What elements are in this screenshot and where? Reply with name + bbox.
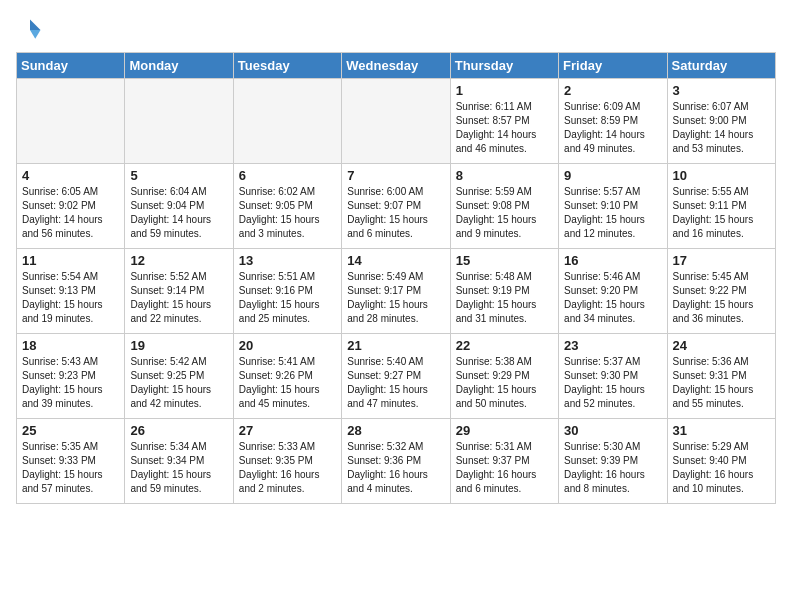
day-info: Sunrise: 5:37 AM Sunset: 9:30 PM Dayligh… bbox=[564, 355, 661, 411]
day-info: Sunrise: 5:52 AM Sunset: 9:14 PM Dayligh… bbox=[130, 270, 227, 326]
day-number: 3 bbox=[673, 83, 770, 98]
day-number: 19 bbox=[130, 338, 227, 353]
weekday-header-thursday: Thursday bbox=[450, 53, 558, 79]
day-info: Sunrise: 5:38 AM Sunset: 9:29 PM Dayligh… bbox=[456, 355, 553, 411]
weekday-header-saturday: Saturday bbox=[667, 53, 775, 79]
calendar-cell: 17 Sunrise: 5:45 AM Sunset: 9:22 PM Dayl… bbox=[667, 249, 775, 334]
logo-icon bbox=[16, 16, 44, 44]
day-number: 16 bbox=[564, 253, 661, 268]
day-number: 18 bbox=[22, 338, 119, 353]
day-info: Sunrise: 5:35 AM Sunset: 9:33 PM Dayligh… bbox=[22, 440, 119, 496]
day-number: 23 bbox=[564, 338, 661, 353]
day-info: Sunrise: 5:45 AM Sunset: 9:22 PM Dayligh… bbox=[673, 270, 770, 326]
calendar-week-3: 11 Sunrise: 5:54 AM Sunset: 9:13 PM Dayl… bbox=[17, 249, 776, 334]
day-info: Sunrise: 5:42 AM Sunset: 9:25 PM Dayligh… bbox=[130, 355, 227, 411]
day-number: 2 bbox=[564, 83, 661, 98]
day-number: 8 bbox=[456, 168, 553, 183]
day-info: Sunrise: 5:31 AM Sunset: 9:37 PM Dayligh… bbox=[456, 440, 553, 496]
calendar-cell: 20 Sunrise: 5:41 AM Sunset: 9:26 PM Dayl… bbox=[233, 334, 341, 419]
calendar-cell: 9 Sunrise: 5:57 AM Sunset: 9:10 PM Dayli… bbox=[559, 164, 667, 249]
svg-marker-0 bbox=[30, 20, 41, 31]
calendar-cell: 19 Sunrise: 5:42 AM Sunset: 9:25 PM Dayl… bbox=[125, 334, 233, 419]
calendar-cell: 28 Sunrise: 5:32 AM Sunset: 9:36 PM Dayl… bbox=[342, 419, 450, 504]
calendar-week-2: 4 Sunrise: 6:05 AM Sunset: 9:02 PM Dayli… bbox=[17, 164, 776, 249]
day-number: 21 bbox=[347, 338, 444, 353]
day-number: 11 bbox=[22, 253, 119, 268]
calendar-cell bbox=[17, 79, 125, 164]
day-info: Sunrise: 6:00 AM Sunset: 9:07 PM Dayligh… bbox=[347, 185, 444, 241]
day-info: Sunrise: 5:46 AM Sunset: 9:20 PM Dayligh… bbox=[564, 270, 661, 326]
day-info: Sunrise: 5:33 AM Sunset: 9:35 PM Dayligh… bbox=[239, 440, 336, 496]
day-info: Sunrise: 5:32 AM Sunset: 9:36 PM Dayligh… bbox=[347, 440, 444, 496]
svg-marker-1 bbox=[30, 30, 41, 39]
day-info: Sunrise: 5:36 AM Sunset: 9:31 PM Dayligh… bbox=[673, 355, 770, 411]
calendar-cell: 16 Sunrise: 5:46 AM Sunset: 9:20 PM Dayl… bbox=[559, 249, 667, 334]
day-info: Sunrise: 5:57 AM Sunset: 9:10 PM Dayligh… bbox=[564, 185, 661, 241]
day-number: 30 bbox=[564, 423, 661, 438]
day-info: Sunrise: 5:48 AM Sunset: 9:19 PM Dayligh… bbox=[456, 270, 553, 326]
day-number: 13 bbox=[239, 253, 336, 268]
calendar-cell: 6 Sunrise: 6:02 AM Sunset: 9:05 PM Dayli… bbox=[233, 164, 341, 249]
day-info: Sunrise: 5:43 AM Sunset: 9:23 PM Dayligh… bbox=[22, 355, 119, 411]
day-number: 29 bbox=[456, 423, 553, 438]
calendar-table: SundayMondayTuesdayWednesdayThursdayFrid… bbox=[16, 52, 776, 504]
calendar-cell: 21 Sunrise: 5:40 AM Sunset: 9:27 PM Dayl… bbox=[342, 334, 450, 419]
day-info: Sunrise: 6:05 AM Sunset: 9:02 PM Dayligh… bbox=[22, 185, 119, 241]
day-info: Sunrise: 6:09 AM Sunset: 8:59 PM Dayligh… bbox=[564, 100, 661, 156]
calendar-cell: 8 Sunrise: 5:59 AM Sunset: 9:08 PM Dayli… bbox=[450, 164, 558, 249]
day-number: 5 bbox=[130, 168, 227, 183]
day-info: Sunrise: 5:29 AM Sunset: 9:40 PM Dayligh… bbox=[673, 440, 770, 496]
calendar-cell: 31 Sunrise: 5:29 AM Sunset: 9:40 PM Dayl… bbox=[667, 419, 775, 504]
day-info: Sunrise: 6:02 AM Sunset: 9:05 PM Dayligh… bbox=[239, 185, 336, 241]
calendar-cell: 3 Sunrise: 6:07 AM Sunset: 9:00 PM Dayli… bbox=[667, 79, 775, 164]
calendar-cell: 26 Sunrise: 5:34 AM Sunset: 9:34 PM Dayl… bbox=[125, 419, 233, 504]
day-number: 20 bbox=[239, 338, 336, 353]
calendar-week-1: 1 Sunrise: 6:11 AM Sunset: 8:57 PM Dayli… bbox=[17, 79, 776, 164]
day-number: 31 bbox=[673, 423, 770, 438]
calendar-cell bbox=[125, 79, 233, 164]
day-number: 1 bbox=[456, 83, 553, 98]
calendar-cell bbox=[342, 79, 450, 164]
page-header bbox=[16, 16, 776, 44]
day-number: 12 bbox=[130, 253, 227, 268]
day-info: Sunrise: 5:54 AM Sunset: 9:13 PM Dayligh… bbox=[22, 270, 119, 326]
day-info: Sunrise: 5:30 AM Sunset: 9:39 PM Dayligh… bbox=[564, 440, 661, 496]
weekday-header-wednesday: Wednesday bbox=[342, 53, 450, 79]
day-number: 10 bbox=[673, 168, 770, 183]
calendar-cell: 30 Sunrise: 5:30 AM Sunset: 9:39 PM Dayl… bbox=[559, 419, 667, 504]
calendar-cell: 1 Sunrise: 6:11 AM Sunset: 8:57 PM Dayli… bbox=[450, 79, 558, 164]
day-number: 14 bbox=[347, 253, 444, 268]
calendar-cell: 22 Sunrise: 5:38 AM Sunset: 9:29 PM Dayl… bbox=[450, 334, 558, 419]
day-number: 15 bbox=[456, 253, 553, 268]
day-info: Sunrise: 5:34 AM Sunset: 9:34 PM Dayligh… bbox=[130, 440, 227, 496]
day-info: Sunrise: 6:07 AM Sunset: 9:00 PM Dayligh… bbox=[673, 100, 770, 156]
calendar-cell: 25 Sunrise: 5:35 AM Sunset: 9:33 PM Dayl… bbox=[17, 419, 125, 504]
day-info: Sunrise: 5:49 AM Sunset: 9:17 PM Dayligh… bbox=[347, 270, 444, 326]
day-number: 22 bbox=[456, 338, 553, 353]
calendar-cell: 27 Sunrise: 5:33 AM Sunset: 9:35 PM Dayl… bbox=[233, 419, 341, 504]
day-number: 25 bbox=[22, 423, 119, 438]
calendar-cell: 23 Sunrise: 5:37 AM Sunset: 9:30 PM Dayl… bbox=[559, 334, 667, 419]
weekday-header-tuesday: Tuesday bbox=[233, 53, 341, 79]
day-number: 28 bbox=[347, 423, 444, 438]
day-info: Sunrise: 5:40 AM Sunset: 9:27 PM Dayligh… bbox=[347, 355, 444, 411]
day-number: 6 bbox=[239, 168, 336, 183]
day-number: 24 bbox=[673, 338, 770, 353]
calendar-cell: 13 Sunrise: 5:51 AM Sunset: 9:16 PM Dayl… bbox=[233, 249, 341, 334]
day-info: Sunrise: 5:55 AM Sunset: 9:11 PM Dayligh… bbox=[673, 185, 770, 241]
calendar-week-4: 18 Sunrise: 5:43 AM Sunset: 9:23 PM Dayl… bbox=[17, 334, 776, 419]
weekday-header-friday: Friday bbox=[559, 53, 667, 79]
calendar-cell: 14 Sunrise: 5:49 AM Sunset: 9:17 PM Dayl… bbox=[342, 249, 450, 334]
calendar-cell: 12 Sunrise: 5:52 AM Sunset: 9:14 PM Dayl… bbox=[125, 249, 233, 334]
day-info: Sunrise: 6:04 AM Sunset: 9:04 PM Dayligh… bbox=[130, 185, 227, 241]
calendar-cell: 7 Sunrise: 6:00 AM Sunset: 9:07 PM Dayli… bbox=[342, 164, 450, 249]
calendar-cell: 5 Sunrise: 6:04 AM Sunset: 9:04 PM Dayli… bbox=[125, 164, 233, 249]
day-number: 9 bbox=[564, 168, 661, 183]
weekday-header-monday: Monday bbox=[125, 53, 233, 79]
calendar-cell bbox=[233, 79, 341, 164]
calendar-cell: 11 Sunrise: 5:54 AM Sunset: 9:13 PM Dayl… bbox=[17, 249, 125, 334]
calendar-cell: 15 Sunrise: 5:48 AM Sunset: 9:19 PM Dayl… bbox=[450, 249, 558, 334]
calendar-cell: 29 Sunrise: 5:31 AM Sunset: 9:37 PM Dayl… bbox=[450, 419, 558, 504]
day-number: 26 bbox=[130, 423, 227, 438]
calendar-week-5: 25 Sunrise: 5:35 AM Sunset: 9:33 PM Dayl… bbox=[17, 419, 776, 504]
